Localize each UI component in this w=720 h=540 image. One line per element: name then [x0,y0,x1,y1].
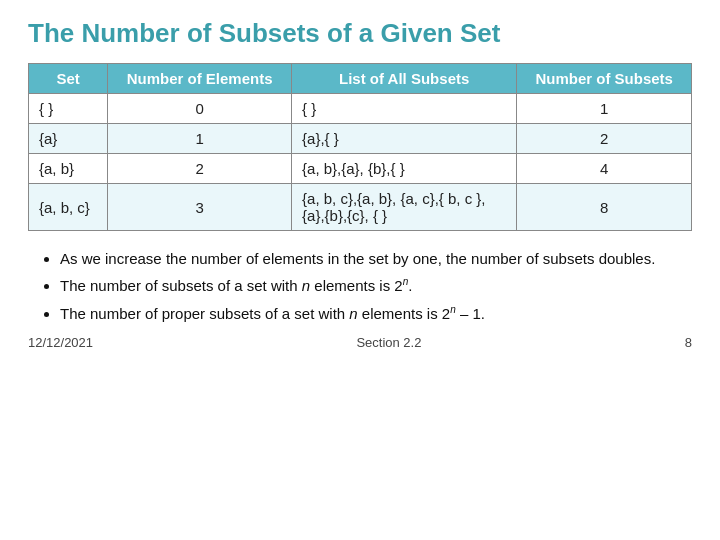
cell-elements-1: 1 [108,124,292,154]
col-header-elements: Number of Elements [108,64,292,94]
table-row: {a, b, c} 3 {a, b, c},{a, b}, {a, c},{ b… [29,184,692,231]
cell-elements-2: 2 [108,154,292,184]
col-header-list: List of All Subsets [292,64,517,94]
cell-elements-0: 0 [108,94,292,124]
bullet-item-0: As we increase the number of elements in… [60,247,692,270]
table-row: {a, b} 2 {a, b},{a}, {b},{ } 4 [29,154,692,184]
cell-set-0: { } [29,94,108,124]
page-title: The Number of Subsets of a Given Set [28,18,692,49]
cell-count-1: 2 [517,124,692,154]
cell-list-3: {a, b, c},{a, b}, {a, c},{ b, c },{a},{b… [292,184,517,231]
bullet-item-2: The number of proper subsets of a set wi… [60,302,692,325]
cell-count-3: 8 [517,184,692,231]
table-row: { } 0 { } 1 [29,94,692,124]
cell-set-3: {a, b, c} [29,184,108,231]
cell-elements-3: 3 [108,184,292,231]
cell-count-0: 1 [517,94,692,124]
bullet-item-1: The number of subsets of a set with n el… [60,274,692,297]
cell-count-2: 4 [517,154,692,184]
bullet-list: As we increase the number of elements in… [38,247,692,325]
cell-set-1: {a} [29,124,108,154]
footer: 12/12/2021 Section 2.2 8 [28,335,692,350]
cell-list-1: {a},{ } [292,124,517,154]
subsets-table: Set Number of Elements List of All Subse… [28,63,692,231]
footer-section: Section 2.2 [356,335,421,350]
cell-list-2: {a, b},{a}, {b},{ } [292,154,517,184]
cell-set-2: {a, b} [29,154,108,184]
col-header-subsets: Number of Subsets [517,64,692,94]
footer-page: 8 [685,335,692,350]
table-row: {a} 1 {a},{ } 2 [29,124,692,154]
col-header-set: Set [29,64,108,94]
footer-date: 12/12/2021 [28,335,93,350]
cell-list-0: { } [292,94,517,124]
